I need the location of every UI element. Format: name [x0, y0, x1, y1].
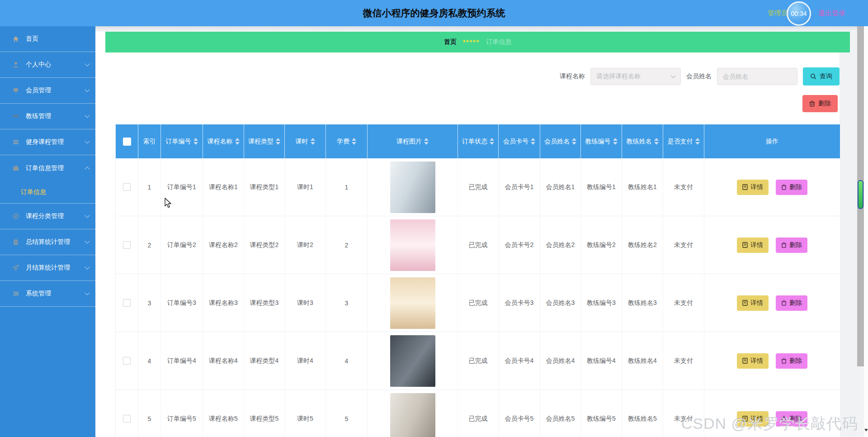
sidebar-item-order-mgmt[interactable]: 订单信息管理: [0, 155, 95, 181]
breadcrumb-current: 订单信息: [486, 38, 511, 46]
course-image: [390, 335, 435, 387]
sort-caret[interactable]: [531, 138, 535, 145]
sort-caret[interactable]: [235, 138, 240, 145]
bulk-delete-button[interactable]: 删除: [802, 95, 838, 112]
scroll-down-arrow-icon[interactable]: [864, 429, 868, 432]
row-checkbox[interactable]: [123, 357, 131, 365]
header-hours[interactable]: 课时: [285, 124, 326, 158]
document-icon: [742, 242, 748, 248]
sort-caret[interactable]: [424, 138, 429, 145]
row-checkbox[interactable]: [123, 299, 131, 307]
sidebar-item-total-stats-mgmt[interactable]: 总结算统计管理: [0, 229, 95, 255]
session-timer-value: 00:34: [791, 10, 807, 17]
row-delete-button[interactable]: 删除: [776, 180, 807, 195]
briefcase-icon: [12, 164, 19, 172]
sidebar-subitem-order-info[interactable]: 订单信息: [0, 181, 95, 203]
menu-icon: [12, 290, 19, 298]
header-course-name[interactable]: 课程名称: [203, 124, 244, 158]
briefcase-icon: [12, 113, 19, 120]
sort-caret[interactable]: [276, 138, 280, 145]
sort-caret[interactable]: [613, 138, 618, 145]
row-delete-button[interactable]: 删除: [776, 353, 807, 369]
header-member-name[interactable]: 会员姓名: [540, 124, 581, 158]
breadcrumb-home-link[interactable]: 首页: [444, 38, 457, 46]
detail-button[interactable]: 详情: [737, 353, 769, 369]
search-icon: [810, 73, 816, 80]
sidebar-item-monthly-stats-mgmt[interactable]: 月结算统计管理: [0, 255, 95, 281]
sort-caret[interactable]: [572, 138, 576, 145]
course-image: [390, 393, 435, 437]
detail-button[interactable]: 详情: [737, 238, 769, 253]
clipboard-icon: [12, 238, 19, 246]
row-checkbox[interactable]: [123, 415, 131, 423]
chevron-down-icon: [85, 61, 90, 66]
chevron-down-icon: [85, 290, 90, 295]
sidebar-item-course-mgmt[interactable]: 健身课程管理: [0, 129, 95, 155]
scrollbar-track[interactable]: [857, 26, 864, 366]
header-course-type[interactable]: 课程类型: [244, 124, 285, 158]
breadcrumb-separator: *****: [463, 38, 480, 46]
sort-caret[interactable]: [490, 138, 494, 145]
sort-caret[interactable]: [654, 138, 659, 145]
session-timer-badge: 00:34: [787, 1, 811, 26]
sidebar-item-home[interactable]: 首页: [0, 26, 95, 52]
sidebar-item-member-mgmt[interactable]: 会员管理: [0, 78, 95, 104]
right-gutter: [840, 32, 857, 437]
admin-user-label: 管理员: [768, 9, 788, 18]
sort-caret[interactable]: [352, 138, 356, 145]
logout-link[interactable]: 退出登录: [818, 9, 845, 18]
header-order-no[interactable]: 订单编号: [161, 124, 203, 158]
row-delete-button[interactable]: 删除: [776, 295, 807, 311]
sidebar-item-coach-mgmt[interactable]: 教练管理: [0, 104, 95, 129]
watermark: CSDN @米罗学长敲代码: [681, 413, 858, 434]
member-name-input[interactable]: [717, 68, 797, 85]
home-icon: [12, 35, 19, 43]
main-content: 首页 ***** 订单信息 课程名称 请选择课程名称 会员姓名 查询 删除: [95, 26, 868, 437]
header-fee[interactable]: 学费: [326, 124, 368, 158]
outer-scrollbar-lane: [864, 26, 868, 437]
sort-caret[interactable]: [193, 138, 198, 145]
sidebar-nav: 首页 个人中心 会员管理 教练管理 健身课程管理 订单信息管理: [0, 26, 95, 437]
header-select-all-cell: [116, 124, 138, 158]
row-delete-button[interactable]: 删除: [776, 238, 807, 253]
trash-icon: [781, 242, 787, 248]
sidebar-item-personal-center[interactable]: 个人中心: [0, 52, 95, 78]
scrollbar-thumb[interactable]: [858, 180, 863, 209]
row-checkbox[interactable]: [123, 183, 131, 191]
trash-icon: [781, 358, 787, 364]
chevron-up-icon: [85, 166, 90, 171]
table-row: 2 订单编号2 课程名称2 课程类型2 课时2 2 已完成 会员卡号2 会员姓名…: [116, 216, 840, 274]
header-coach-no[interactable]: 教练编号: [581, 124, 622, 158]
course-name-label: 课程名称: [560, 72, 585, 81]
course-image: [390, 277, 435, 329]
sort-caret[interactable]: [695, 138, 700, 145]
table-header-row: 索引 订单编号 课程名称 课程类型 课时 学费 课程图片 订单状态 会员卡号 会…: [116, 124, 840, 158]
sidebar-item-category-mgmt[interactable]: 课程分类管理: [0, 204, 95, 229]
header-card-no[interactable]: 会员卡号: [499, 124, 540, 158]
trash-icon: [781, 300, 787, 306]
course-name-select[interactable]: 请选择课程名称: [590, 68, 681, 85]
course-image: [390, 219, 435, 271]
detail-button[interactable]: 详情: [737, 295, 769, 311]
sidebar-group-order-mgmt: 订单信息管理 订单信息: [0, 155, 95, 204]
detail-button[interactable]: 详情: [737, 180, 769, 195]
chevron-down-icon: [85, 87, 90, 92]
chevron-down-icon: [85, 264, 90, 269]
header-paid[interactable]: 是否支付: [663, 124, 704, 158]
sidebar-item-system-mgmt[interactable]: 系统管理: [0, 281, 95, 307]
select-all-checkbox[interactable]: [123, 138, 131, 146]
sort-caret[interactable]: [311, 138, 315, 145]
compass-icon: [12, 213, 19, 220]
chevron-down-icon: [670, 73, 675, 78]
header-shadow: [95, 26, 868, 32]
table-row: 4 订单编号4 课程名称4 课程类型4 课时4 4 已完成 会员卡号4 会员姓名…: [116, 332, 840, 390]
query-button[interactable]: 查询: [803, 67, 840, 86]
document-icon: [742, 358, 748, 364]
table-row: 3 订单编号3 课程名称3 课程类型3 课时3 3 已完成 会员卡号3 会员姓名…: [116, 274, 840, 332]
header-course-image[interactable]: 课程图片: [368, 124, 458, 158]
row-checkbox[interactable]: [123, 241, 131, 249]
document-icon: [742, 184, 748, 190]
list-icon: [12, 138, 19, 146]
header-coach-name[interactable]: 教练姓名: [622, 124, 663, 158]
header-order-status[interactable]: 订单状态: [458, 124, 499, 158]
